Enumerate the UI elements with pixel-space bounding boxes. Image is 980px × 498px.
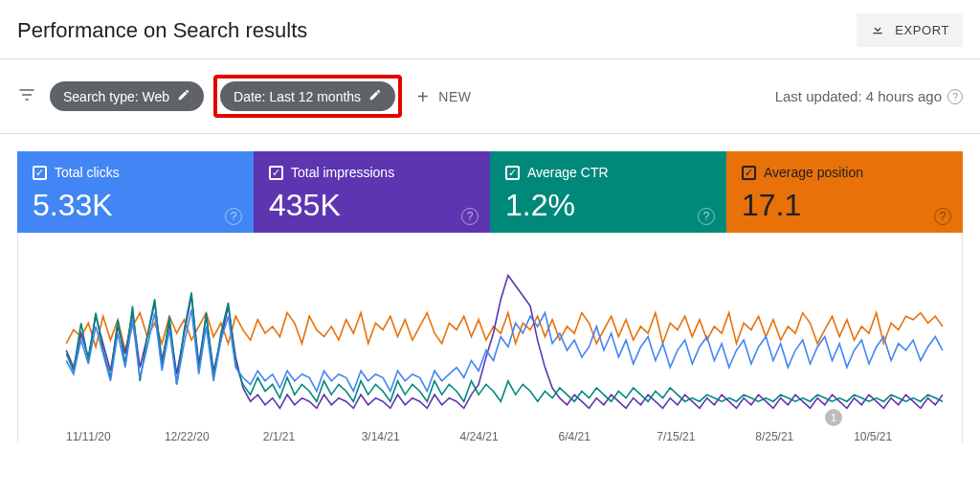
chart-container: 1 11/11/2012/22/202/1/213/14/214/24/216/… xyxy=(17,233,963,443)
export-label: EXPORT xyxy=(895,23,949,37)
card-average-ctr[interactable]: ✓Average CTR 1.2% ? xyxy=(490,151,726,233)
plus-icon: + xyxy=(417,87,429,106)
x-tick: 8/25/21 xyxy=(755,430,854,443)
checkbox-icon: ✓ xyxy=(742,166,756,180)
add-filter-button[interactable]: + NEW xyxy=(417,87,471,106)
card-total-clicks[interactable]: ✓Total clicks 5.33K ? xyxy=(17,151,254,233)
checkbox-icon: ✓ xyxy=(269,166,283,180)
series-average-position xyxy=(66,313,943,351)
checkbox-icon: ✓ xyxy=(33,166,47,180)
checkbox-icon: ✓ xyxy=(505,166,520,180)
card-label: Average position xyxy=(764,165,863,180)
card-value: 435K xyxy=(269,188,475,223)
x-tick: 4/24/21 xyxy=(460,430,559,443)
add-filter-label: NEW xyxy=(438,89,471,104)
annotation-badge[interactable]: 1 xyxy=(825,409,842,426)
x-tick: 3/14/21 xyxy=(362,430,460,443)
card-value: 17.1 xyxy=(742,188,947,223)
card-value: 1.2% xyxy=(505,188,711,223)
x-tick: 7/15/21 xyxy=(657,430,755,443)
help-icon[interactable]: ? xyxy=(698,208,715,225)
chip-search-type[interactable]: Search type: Web xyxy=(50,81,204,111)
chip-date[interactable]: Date: Last 12 months xyxy=(220,81,395,111)
card-total-impressions[interactable]: ✓Total impressions 435K ? xyxy=(254,151,490,233)
help-icon[interactable]: ? xyxy=(225,208,242,225)
help-icon[interactable]: ? xyxy=(947,89,963,104)
pencil-icon xyxy=(177,88,190,104)
line-chart xyxy=(28,242,952,424)
x-tick: 10/5/21 xyxy=(854,430,952,443)
x-tick: 6/4/21 xyxy=(558,430,657,443)
pencil-icon xyxy=(368,88,382,104)
filter-icon[interactable] xyxy=(17,85,36,108)
help-icon[interactable]: ? xyxy=(461,208,479,225)
page-title: Performance on Search results xyxy=(17,18,307,43)
last-updated-text: Last updated: 4 hours ago xyxy=(775,88,942,104)
chart-area[interactable]: 1 xyxy=(28,242,952,424)
x-tick: 12/22/20 xyxy=(165,430,263,443)
download-icon xyxy=(870,21,885,39)
export-button[interactable]: EXPORT xyxy=(857,13,963,47)
card-label: Average CTR xyxy=(527,165,609,180)
card-label: Total impressions xyxy=(291,165,394,180)
x-tick: 2/1/21 xyxy=(263,430,362,443)
metric-cards: ✓Total clicks 5.33K ? ✓Total impressions… xyxy=(17,151,963,233)
card-value: 5.33K xyxy=(33,188,238,223)
chip-date-label: Date: Last 12 months xyxy=(234,89,361,104)
card-average-position[interactable]: ✓Average position 17.1 ? xyxy=(726,151,963,233)
card-label: Total clicks xyxy=(55,165,120,180)
chip-search-type-label: Search type: Web xyxy=(63,89,169,104)
x-tick: 11/11/20 xyxy=(66,430,165,443)
x-axis: 11/11/2012/22/202/1/213/14/214/24/216/4/… xyxy=(28,424,952,443)
highlight-box-date: Date: Last 12 months xyxy=(213,75,402,118)
help-icon[interactable]: ? xyxy=(934,208,951,225)
last-updated: Last updated: 4 hours ago ? xyxy=(775,88,963,104)
